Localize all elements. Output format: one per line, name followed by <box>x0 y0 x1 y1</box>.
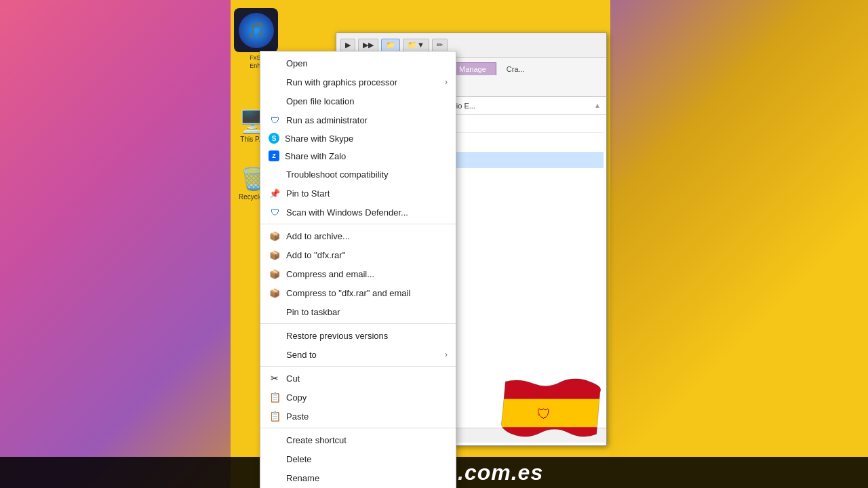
menu-item-scan-defender[interactable]: 🛡 Scan with Windows Defender... <box>260 203 456 222</box>
menu-item-share-skype[interactable]: S Share with Skype <box>260 129 456 147</box>
menu-label-open: Open <box>286 58 448 68</box>
toolbar-btn-folder[interactable]: 📁 <box>381 39 400 52</box>
menu-item-create-shortcut[interactable]: Create shortcut <box>260 430 456 449</box>
divider-3 <box>260 366 456 367</box>
menu-label-troubleshoot: Troubleshoot compatibility <box>286 169 448 180</box>
open-icon <box>269 57 281 69</box>
restore-icon <box>269 329 281 342</box>
run-gpu-icon <box>269 76 281 88</box>
rename-icon <box>269 472 281 484</box>
app-icon-inner: 🎵 <box>239 13 274 48</box>
menu-label-run-gpu: Run with graphics processor <box>286 77 439 87</box>
menu-item-run-gpu[interactable]: Run with graphics processor › <box>260 73 456 92</box>
cut-icon: ✂ <box>269 372 281 384</box>
menu-label-share-skype: Share with Skype <box>285 134 448 144</box>
menu-label-delete: Delete <box>286 454 448 464</box>
menu-item-copy[interactable]: 📋 Copy <box>260 388 456 407</box>
shortcut-icon <box>269 434 281 446</box>
menu-label-compress-email: Compress and email... <box>286 269 448 279</box>
spain-flag-svg: 🛡 <box>498 378 604 449</box>
menu-label-pin-taskbar: Pin to taskbar <box>286 307 448 317</box>
menu-item-open[interactable]: Open <box>260 54 456 73</box>
menu-item-troubleshoot[interactable]: Troubleshoot compatibility <box>260 165 456 184</box>
app-icon-top: 🎵 <box>234 8 278 52</box>
menu-label-run-admin: Run as administrator <box>286 115 448 125</box>
defender-icon: 🛡 <box>269 206 281 218</box>
menu-item-paste[interactable]: 📋 Paste <box>260 407 456 426</box>
menu-label-cut: Cut <box>286 373 448 384</box>
add-rar-icon: 📦 <box>269 249 281 261</box>
arrow-icon-send-to: › <box>445 350 448 359</box>
compress-email-icon: 📦 <box>269 268 281 280</box>
menu-item-open-location[interactable]: Open file location <box>260 92 456 110</box>
menu-item-compress-rar-email[interactable]: 📦 Compress to "dfx.rar" and email <box>260 283 456 302</box>
menu-item-share-zalo[interactable]: Z Share with Zalo <box>260 147 456 165</box>
menu-item-add-rar[interactable]: 📦 Add to "dfx.rar" <box>260 245 456 264</box>
menu-item-restore[interactable]: Restore previous versions <box>260 326 456 345</box>
menu-label-open-location: Open file location <box>286 96 448 106</box>
menu-label-add-rar: Add to "dfx.rar" <box>286 250 448 260</box>
sort-indicator: ▲ <box>594 102 601 109</box>
pin-taskbar-icon <box>269 306 281 318</box>
menu-item-delete[interactable]: Delete <box>260 449 456 468</box>
delete-icon <box>269 453 281 465</box>
send-to-icon <box>269 348 281 361</box>
menu-label-send-to: Send to <box>286 350 439 360</box>
archive-icon: 📦 <box>269 230 281 242</box>
arrow-icon-run-gpu: › <box>445 77 448 87</box>
menu-item-pin-start[interactable]: 📌 Pin to Start <box>260 184 456 203</box>
toolbar-btn-1[interactable]: ▶ <box>340 39 355 52</box>
divider-1 <box>260 224 456 224</box>
menu-label-copy: Copy <box>286 392 448 403</box>
menu-label-restore: Restore previous versions <box>286 331 448 341</box>
menu-label-pin-start: Pin to Start <box>286 188 448 199</box>
copy-icon: 📋 <box>269 391 281 403</box>
spain-flag-decoration: 🛡 <box>498 378 604 449</box>
menu-item-cut[interactable]: ✂ Cut <box>260 369 456 388</box>
tab-cra[interactable]: Cra... <box>496 62 535 75</box>
troubleshoot-icon <box>269 168 281 180</box>
menu-label-scan-defender: Scan with Windows Defender... <box>286 207 448 218</box>
divider-4 <box>260 428 456 428</box>
menu-label-rename: Rename <box>286 473 448 483</box>
compress-rar-icon: 📦 <box>269 287 281 299</box>
menu-item-run-admin[interactable]: 🛡 Run as administrator <box>260 110 456 129</box>
menu-item-rename[interactable]: Rename <box>260 468 456 487</box>
svg-rect-2 <box>498 427 604 448</box>
menu-label-add-archive: Add to archive... <box>286 231 448 241</box>
toolbar-btn-folder-down[interactable]: 📁▼ <box>403 39 429 52</box>
zalo-icon: Z <box>269 150 279 161</box>
menu-item-send-to[interactable]: Send to › <box>260 345 456 364</box>
menu-label-share-zalo: Share with Zalo <box>285 151 448 161</box>
skype-icon: S <box>269 133 279 144</box>
context-menu: Open Run with graphics processor › Open … <box>260 51 456 488</box>
paste-icon: 📋 <box>269 410 281 422</box>
run-admin-icon: 🛡 <box>269 114 281 126</box>
menu-label-create-shortcut: Create shortcut <box>286 435 448 445</box>
menu-item-add-archive[interactable]: 📦 Add to archive... <box>260 226 456 245</box>
divider-2 <box>260 323 456 324</box>
menu-item-pin-taskbar[interactable]: Pin to taskbar <box>260 302 456 321</box>
svg-text:🛡: 🛡 <box>537 406 551 422</box>
toolbar-btn-2[interactable]: ▶▶ <box>358 39 378 52</box>
pin-start-icon: 📌 <box>269 187 281 199</box>
menu-item-compress-email[interactable]: 📦 Compress and email... <box>260 264 456 283</box>
toolbar-btn-edit[interactable]: ✏ <box>432 39 448 52</box>
menu-label-compress-rar-email: Compress to "dfx.rar" and email <box>286 288 448 298</box>
open-location-icon <box>269 95 281 107</box>
menu-label-paste: Paste <box>286 411 448 422</box>
